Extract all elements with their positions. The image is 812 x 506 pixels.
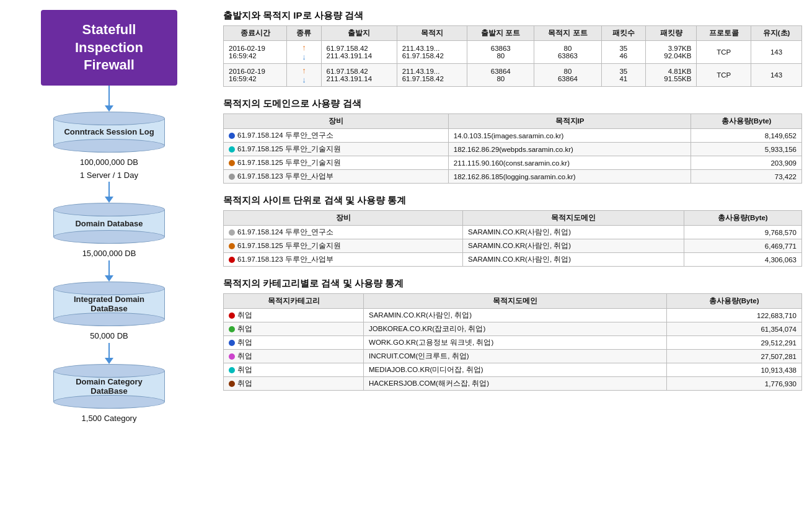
section3-table: 장비 목적지도메인 총사용량(Byte) 61.97.158.124 두루안_연… [223, 210, 802, 267]
table-row: 취업 HACKERSJOB.COM(해커스잡, 취업) 1,776,930 [224, 377, 802, 391]
cell-device: 61.97.158.124 두루안_연구소 [224, 129, 449, 143]
cell-device: 61.97.158.124 두루안_연구소 [224, 226, 463, 239]
cell-category: 취업 [224, 363, 364, 377]
cell-dst: 211.43.19...61.97.158.42 [397, 64, 467, 87]
cell-dport: 8063864 [534, 64, 601, 87]
cell-usage: 1,776,930 [666, 377, 801, 391]
col-header: 목적지 포트 [534, 26, 601, 41]
cell-device: 61.97.158.125 두루안_기술지원 [224, 239, 463, 253]
cell-pkts: 3541 [601, 64, 645, 87]
cell-type: ↑ ↓ [287, 41, 321, 64]
cell-category: 취업 [224, 309, 364, 322]
cyl-bottom [53, 139, 165, 153]
cell-usage: 29,512,291 [666, 336, 801, 350]
integrated-db-stat: 50,000 DB [90, 330, 128, 343]
col-header: 패킷량 [646, 26, 697, 41]
col-header: 목적지IP [448, 114, 691, 129]
table-row: 2016-02-1916:59:42 ↑ ↓ 61.97.158.42211.4… [224, 41, 802, 64]
cell-category: 취업 [224, 350, 364, 363]
arrow-conntrack-to-domaindb [105, 182, 113, 203]
cell-usage: 6,469,771 [684, 239, 801, 253]
cell-dport: 8063863 [534, 41, 601, 64]
section2-block: 목적지의 도메인으로 사용량 검색 장비 목적지IP 총사용량(Byte) 61… [223, 98, 802, 184]
table-row: 취업 WORK.GO.KR(고용정보 워크넷, 취업) 29,512,291 [224, 336, 802, 350]
section3-block: 목적지의 사이트 단위로 검색 및 사용량 통계 장비 목적지도메인 총사용량(… [223, 195, 802, 267]
firewall-label: Statefull Inspection Firewall [41, 10, 177, 86]
cell-usage: 8,149,652 [691, 129, 802, 143]
col-header: 장비 [224, 114, 449, 129]
cell-time: 2016-02-1916:59:42 [224, 64, 287, 87]
cell-category: 취업 [224, 336, 364, 350]
cell-usage: 5,933,156 [691, 143, 802, 156]
cell-dst-ip: 182.162.86.185(logging.saramin.co.kr) [448, 170, 691, 184]
section2-title: 목적지의 도메인으로 사용량 검색 [223, 98, 802, 110]
cell-bytes: 3.97KB92.04KB [646, 41, 697, 64]
cell-domain: WORK.GO.KR(고용정보 워크넷, 취업) [364, 336, 667, 350]
col-header: 목적지 [397, 26, 467, 41]
table-row: 취업 MEDIAJOB.CO.KR(미디어잡, 취업) 10,913,438 [224, 363, 802, 377]
cell-bytes: 4.81KB91.55KB [646, 64, 697, 87]
table-row: 61.97.158.125 두루안_기술지원 211.115.90.160(co… [224, 156, 802, 170]
section4-table: 목적지카테고리 목적지도메인 총사용량(Byte) 취업 SARAMIN.CO.… [223, 293, 802, 391]
table-row: 61.97.158.125 두루안_기술지원 182.162.86.29(web… [224, 143, 802, 156]
integrated-db-cylinder: Integrated Domain DataBase [53, 282, 165, 326]
cell-device: 61.97.158.123 두루안_사업부 [224, 253, 463, 267]
cell-device: 61.97.158.125 두루안_기술지원 [224, 143, 449, 156]
col-header: 총사용량(Byte) [684, 211, 801, 226]
cell-type: ↑ ↓ [287, 64, 321, 87]
cell-dst-ip: 211.115.90.160(const.saramin.co.kr) [448, 156, 691, 170]
cell-sport: 6386480 [467, 64, 534, 87]
right-column: 출발지와 목적지 IP로 사용량 검색 종료시간 종류 출발지 목적지 출발지 … [208, 10, 802, 425]
category-db-stat: 1,500 Category [82, 412, 137, 425]
cell-time: 2016-02-1916:59:42 [224, 41, 287, 64]
col-header: 장비 [224, 211, 463, 226]
cell-domain: SARAMIN.CO.KR(사람인, 취업) [463, 253, 684, 267]
cell-src: 61.97.158.42211.43.191.14 [321, 41, 397, 64]
cell-category: 취업 [224, 377, 364, 391]
section4-title: 목적지의 카테고리별로 검색 및 사용량 통계 [223, 278, 802, 290]
left-column: Statefull Inspection Firewall Conntrack … [10, 10, 208, 425]
cell-dst: 211.43.19...61.97.158.42 [397, 41, 467, 64]
section4-block: 목적지의 카테고리별로 검색 및 사용량 통계 목적지카테고리 목적지도메인 총… [223, 278, 802, 391]
col-header: 목적지도메인 [463, 211, 684, 226]
section1-title: 출발지와 목적지 IP로 사용량 검색 [223, 10, 802, 22]
cyl-bottom-4 [53, 395, 165, 409]
cell-domain: HACKERSJOB.COM(해커스잡, 취업) [364, 377, 667, 391]
arrow-firewall-to-conntrack [105, 86, 113, 112]
cell-usage: 122,683,710 [666, 309, 801, 322]
cell-pkts: 3546 [601, 41, 645, 64]
cell-domain: SARAMIN.CO.KR(사람인, 취업) [463, 239, 684, 253]
cell-proto: TCP [697, 41, 751, 64]
table-row: 2016-02-1916:59:42 ↑ ↓ 61.97.158.42211.4… [224, 64, 802, 87]
section2-table: 장비 목적지IP 총사용량(Byte) 61.97.158.124 두루안_연구… [223, 113, 802, 184]
cyl-bottom-2 [53, 230, 165, 244]
cell-dst-ip: 182.162.86.29(webpds.saramin.co.kr) [448, 143, 691, 156]
table-row: 61.97.158.124 두루안_연구소 SARAMIN.CO.KR(사람인,… [224, 226, 802, 239]
col-header: 출발지 [321, 26, 397, 41]
cell-domain: JOBKOREA.CO.KR(잡코리아, 취업) [364, 322, 667, 336]
table-row: 61.97.158.123 두루안_사업부 SARAMIN.CO.KR(사람인,… [224, 253, 802, 267]
arrow-domaindb-to-integrated [105, 260, 113, 282]
table-row: 61.97.158.124 두루안_연구소 14.0.103.15(images… [224, 129, 802, 143]
cell-device: 61.97.158.123 두루안_사업부 [224, 170, 449, 184]
cell-duration: 143 [751, 41, 802, 64]
cell-usage: 61,354,074 [666, 322, 801, 336]
cell-usage: 73,422 [691, 170, 802, 184]
domain-db-cylinder: Domain Database [53, 203, 165, 244]
cell-usage: 203,909 [691, 156, 802, 170]
cyl-top-4 [53, 364, 165, 378]
cell-usage: 27,507,281 [666, 350, 801, 363]
domain-db-stat: 15,000,000 DB [82, 247, 136, 260]
table-row: 취업 SARAMIN.CO.KR(사람인, 취업) 122,683,710 [224, 309, 802, 322]
cell-domain: SARAMIN.CO.KR(사람인, 취업) [364, 309, 667, 322]
cell-domain: MEDIAJOB.CO.KR(미디어잡, 취업) [364, 363, 667, 377]
table-row: 취업 INCRUIT.COM(인크루트, 취업) 27,507,281 [224, 350, 802, 363]
section1-block: 출발지와 목적지 IP로 사용량 검색 종료시간 종류 출발지 목적지 출발지 … [223, 10, 802, 87]
cyl-bottom-3 [53, 313, 165, 326]
table-row: 취업 JOBKOREA.CO.KR(잡코리아, 취업) 61,354,074 [224, 322, 802, 336]
col-header: 패킷수 [601, 26, 645, 41]
col-header: 총사용량(Byte) [691, 114, 802, 129]
cell-usage: 10,913,438 [666, 363, 801, 377]
col-header: 목적지카테고리 [224, 294, 364, 309]
category-db-cylinder: Domain Category DataBase [53, 364, 165, 409]
